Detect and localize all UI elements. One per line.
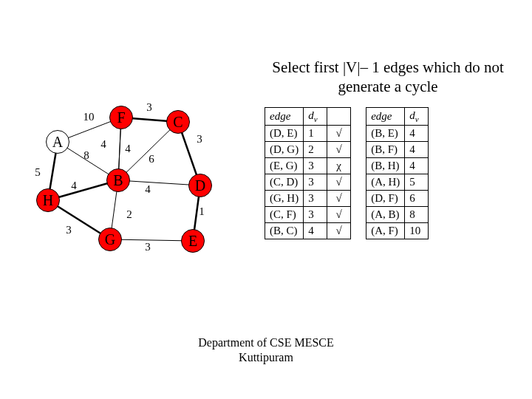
table-row: (C, D)3√ — [265, 174, 351, 191]
edge-weight-F-C: 3 — [146, 101, 152, 114]
edge-weight-B-D: 4 — [145, 183, 151, 196]
cell-dv: 6 — [405, 191, 429, 207]
edge-weight-A-H: 5 — [35, 166, 41, 179]
cell-dv: 3 — [304, 191, 327, 207]
table-row: (A, H)5 — [366, 174, 429, 191]
cell-edge: (B, H) — [366, 158, 405, 174]
node-A: A — [46, 130, 69, 154]
node-E: E — [181, 229, 205, 253]
node-C: C — [166, 110, 190, 134]
cell-edge: (C, D) — [265, 174, 304, 191]
cell-dv: 3 — [304, 174, 327, 191]
edge-weight-G-E: 3 — [145, 241, 151, 253]
col-dv-right: dv — [405, 108, 429, 126]
graph-diagram: 103844635442133AFCBDHGE — [33, 102, 240, 272]
table-row: (G, H)3√ — [265, 191, 351, 207]
node-B: B — [106, 168, 130, 192]
cell-mark: √ — [327, 207, 351, 223]
edge-tables: edge dv (D, E)1√(D, G)2√(E, G)3χ(C, D)3√… — [265, 107, 429, 239]
col-edge-right: edge — [366, 108, 405, 126]
edge-weight-H-B: 4 — [71, 180, 77, 192]
edge-weight-C-B: 6 — [149, 153, 154, 166]
table-row: (D, E)1√ — [265, 126, 351, 142]
footer: Department of CSE MESCE Kuttipuram — [0, 335, 532, 365]
edge-weight-F-B: 4 — [100, 138, 106, 151]
cell-dv: 4 — [304, 223, 327, 239]
footer-line-2: Kuttipuram — [239, 351, 293, 364]
cell-edge: (G, H) — [265, 191, 304, 207]
edge-weight-D-E: 1 — [199, 205, 205, 218]
cell-edge: (A, H) — [366, 174, 405, 191]
col-dv-left: dv — [304, 108, 327, 126]
cell-edge: (E, G) — [265, 158, 304, 174]
cell-dv: 2 — [304, 142, 327, 158]
edge-weight-B-G: 2 — [126, 208, 132, 221]
edge-weight-B-F: 4 — [125, 143, 131, 155]
cell-edge: (A, F) — [366, 223, 405, 239]
cell-edge: (B, C) — [265, 223, 304, 239]
edge-weight-C-D: 3 — [197, 133, 202, 146]
cell-dv: 3 — [304, 158, 327, 174]
cell-dv: 1 — [304, 126, 327, 142]
cell-mark: χ — [327, 158, 351, 174]
cell-mark: √ — [327, 142, 351, 158]
node-D: D — [188, 174, 212, 197]
cell-dv: 4 — [405, 126, 429, 142]
table-row: (D, F)6 — [366, 191, 429, 207]
col-mark-left — [327, 108, 351, 126]
cell-dv: 10 — [405, 223, 429, 239]
cell-dv: 8 — [405, 207, 429, 223]
table-row: (B, C)4√ — [265, 223, 351, 239]
cell-mark: √ — [327, 191, 351, 207]
col-edge-left: edge — [265, 108, 304, 126]
table-row: (B, E)4 — [366, 126, 429, 142]
edge-weight-H-G: 3 — [66, 224, 72, 236]
cell-mark: √ — [327, 174, 351, 191]
cell-dv: 4 — [405, 158, 429, 174]
table-row: (B, H)4 — [366, 158, 429, 174]
footer-line-1: Department of CSE MESCE — [198, 336, 334, 349]
table-row: (A, B)8 — [366, 207, 429, 223]
node-F: F — [109, 106, 133, 129]
table-row: (D, G)2√ — [265, 142, 351, 158]
edge-table-left: edge dv (D, E)1√(D, G)2√(E, G)3χ(C, D)3√… — [265, 107, 351, 239]
cell-mark: √ — [327, 126, 351, 142]
cell-edge: (B, F) — [366, 142, 405, 158]
edge-weight-A-B: 8 — [83, 149, 89, 162]
cell-dv: 4 — [405, 142, 429, 158]
table-row: (C, F)3√ — [265, 207, 351, 223]
table-row: (B, F)4 — [366, 142, 429, 158]
node-G: G — [98, 228, 122, 251]
edge-table-right: edge dv (B, E)4(B, F)4(B, H)4(A, H)5(D, … — [366, 107, 429, 239]
cell-edge: (A, B) — [366, 207, 405, 223]
cell-mark: √ — [327, 223, 351, 239]
cell-dv: 3 — [304, 207, 327, 223]
cell-edge: (B, E) — [366, 126, 405, 142]
node-H: H — [36, 188, 60, 212]
slide-title: Select first |V|– 1 edges which do not g… — [266, 58, 510, 97]
cell-edge: (D, E) — [265, 126, 304, 142]
cell-edge: (C, F) — [265, 207, 304, 223]
slide: Select first |V|– 1 edges which do not g… — [0, 0, 532, 399]
cell-dv: 5 — [405, 174, 429, 191]
edge-weight-A-F: 10 — [83, 111, 95, 123]
table-row: (E, G)3χ — [265, 158, 351, 174]
cell-edge: (D, G) — [265, 142, 304, 158]
cell-edge: (D, F) — [366, 191, 405, 207]
table-row: (A, F)10 — [366, 223, 429, 239]
